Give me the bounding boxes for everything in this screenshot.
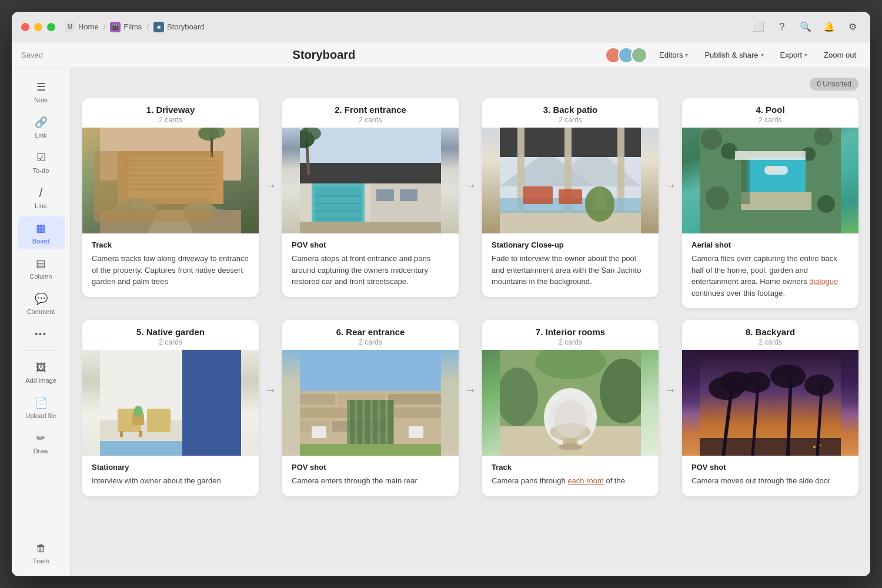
sidebar-label-board: Board (32, 238, 49, 245)
card-backyard-header: 8. Backyard 2 cards (682, 320, 858, 350)
svg-rect-27 (315, 218, 362, 219)
export-button[interactable]: Export ▾ (776, 48, 813, 62)
svg-point-51 (814, 128, 833, 146)
svg-rect-30 (400, 189, 417, 201)
svg-rect-3 (123, 160, 218, 162)
sidebar-item-todo[interactable]: ☑ To-do (18, 146, 65, 179)
sidebar-divider (24, 350, 58, 351)
unsorted-badge[interactable]: 0 Unsorted (810, 78, 858, 91)
svg-point-115 (813, 446, 816, 448)
add-image-icon: 🖼 (34, 360, 48, 375)
card-backyard-description: Camera moves out through the side door (691, 475, 849, 487)
titlebar-right: ⬜ ? 🔍 🔔 ⚙ (750, 19, 861, 35)
sidebar-item-add-image[interactable]: 🖼 Add image (18, 356, 65, 389)
card-native-garden[interactable]: 5. Native garden 2 cards (82, 320, 259, 496)
svg-point-50 (721, 143, 737, 159)
svg-rect-60 (735, 151, 806, 160)
bell-icon[interactable]: 🔔 (821, 19, 837, 35)
svg-point-49 (701, 129, 722, 150)
sidebar-item-draw[interactable]: ✏ Draw (18, 426, 65, 459)
device-icon[interactable]: ⬜ (750, 19, 767, 35)
svg-rect-7 (123, 179, 218, 181)
svg-rect-4 (123, 165, 218, 166)
svg-rect-114 (700, 438, 841, 456)
card-rear-entrance-image (282, 350, 459, 456)
card-pool[interactable]: 4. Pool 2 cards (682, 98, 858, 308)
sidebar-item-upload[interactable]: 📄 Upload file (18, 391, 65, 424)
card-native-garden-body: Stationary Interview with owner about th… (82, 456, 259, 496)
search-icon[interactable]: 🔍 (797, 19, 814, 35)
card-driveway-image (82, 128, 259, 233)
interior-room-link[interactable]: each room (567, 476, 603, 485)
card-interior[interactable]: 7. Interior rooms 2 cards (482, 320, 659, 496)
main-window: M Home / 🎬 Films / ■ Storyboard ⬜ ? 🔍 🔔 … (12, 12, 870, 576)
sidebar-item-more[interactable]: ••• (18, 322, 65, 346)
avatar-3 (631, 47, 647, 64)
breadcrumb-home[interactable]: M Home (65, 22, 99, 32)
minimize-button[interactable] (34, 23, 42, 31)
svg-rect-29 (376, 189, 394, 201)
publish-chevron: ▾ (761, 52, 764, 58)
card-backyard-title: 8. Backyard (691, 327, 849, 337)
card-back-patio-image (482, 128, 659, 233)
card-back-patio-shot-type: Stationary Close-up (492, 240, 649, 249)
sidebar-label-line: Line (35, 202, 47, 209)
maximize-button[interactable] (47, 23, 55, 31)
todo-icon: ☑ (34, 151, 48, 165)
sidebar-item-trash[interactable]: 🗑 Trash (18, 536, 65, 569)
card-native-garden-description: Interview with owner about the garden (92, 475, 249, 487)
card-back-patio[interactable]: 3. Back patio 2 cards (482, 98, 659, 297)
svg-rect-73 (300, 394, 335, 405)
svg-point-53 (706, 186, 729, 210)
svg-rect-9 (123, 188, 218, 190)
sidebar-item-comment[interactable]: 💬 Comment (18, 287, 65, 320)
settings-icon[interactable]: ⚙ (844, 19, 861, 35)
card-interior-shot-type: Track (492, 463, 649, 472)
card-interior-title: 7. Interior rooms (492, 327, 649, 337)
help-icon[interactable]: ? (774, 19, 790, 35)
card-rear-entrance[interactable]: 6. Rear entrance 2 cards (282, 320, 459, 496)
card-front-entrance[interactable]: 2. Front entrance 2 cards (282, 98, 459, 297)
card-native-garden-header: 5. Native garden 2 cards (82, 320, 259, 350)
card-driveway-title: 1. Driveway (92, 105, 249, 115)
publish-button[interactable]: Publish & share ▾ (700, 48, 768, 62)
sidebar-item-board[interactable]: ▦ Board (18, 216, 65, 249)
more-icon: ••• (34, 327, 48, 341)
svg-rect-25 (315, 203, 362, 204)
svg-rect-76 (300, 407, 347, 418)
svg-rect-58 (741, 192, 811, 210)
page-title: Storyboard (293, 48, 356, 62)
card-backyard[interactable]: 8. Backyard 2 cards (682, 320, 858, 496)
card-driveway-body: Track Camera tracks low along driveway t… (82, 233, 259, 297)
card-interior-image (482, 350, 659, 456)
card-driveway[interactable]: 1. Driveway 2 cards (82, 98, 259, 297)
breadcrumb-films[interactable]: 🎬 Films (110, 22, 142, 32)
arrow-1-2: → (259, 179, 282, 192)
svg-rect-91 (300, 444, 441, 456)
card-driveway-header: 1. Driveway 2 cards (82, 98, 259, 128)
pool-dialogue-link[interactable]: dialogue (809, 277, 838, 286)
card-front-entrance-subtitle: 2 cards (292, 116, 449, 124)
sidebar-item-column[interactable]: ▤ Column (18, 252, 65, 285)
card-pool-header: 4. Pool 2 cards (682, 98, 858, 128)
card-front-entrance-header: 2. Front entrance 2 cards (282, 98, 459, 128)
sidebar-item-link[interactable]: 🔗 Link (18, 111, 65, 143)
card-rear-entrance-header: 6. Rear entrance 2 cards (282, 320, 459, 350)
sidebar-item-line[interactable]: / Line (18, 181, 65, 214)
svg-rect-90 (409, 426, 423, 438)
toolbar-center: Storyboard (43, 48, 605, 62)
editors-button[interactable]: Editors ▾ (654, 48, 693, 62)
toolbar-right: Editors ▾ Publish & share ▾ Export ▾ Zoo… (605, 47, 861, 64)
breadcrumb-sep-2: / (146, 22, 149, 31)
close-button[interactable] (21, 23, 29, 31)
svg-point-109 (741, 372, 770, 393)
sidebar-label-trash: Trash (33, 557, 49, 564)
breadcrumb-home-label: Home (78, 22, 99, 31)
zoom-button[interactable]: Zoom out (819, 48, 861, 62)
breadcrumb-storyboard[interactable]: ■ Storyboard (153, 22, 205, 32)
svg-rect-42 (500, 210, 641, 233)
editors-chevron: ▾ (685, 52, 688, 58)
svg-rect-44 (523, 186, 553, 204)
arrow-5-6: → (259, 383, 282, 397)
sidebar-item-note[interactable]: ☰ Note (18, 75, 65, 108)
